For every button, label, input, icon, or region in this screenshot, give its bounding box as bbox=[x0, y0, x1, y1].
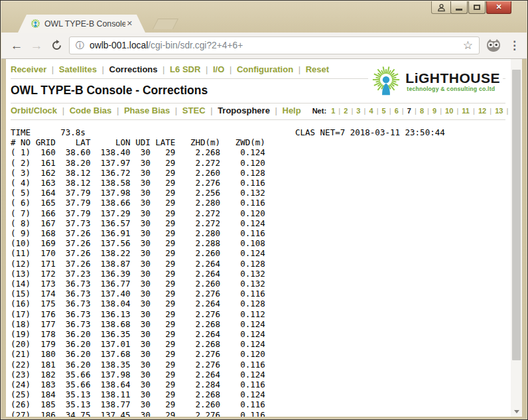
back-button[interactable]: ← bbox=[7, 38, 27, 53]
owl-extension-icon[interactable] bbox=[486, 38, 501, 52]
nav-item-corrections[interactable]: Corrections bbox=[109, 64, 158, 74]
separator: | bbox=[296, 64, 303, 74]
nav-item-satellites[interactable]: Satellites bbox=[59, 64, 97, 74]
close-button[interactable]: ✕ bbox=[486, 1, 511, 14]
net-link-9[interactable]: 9 bbox=[432, 107, 436, 115]
nav-item-reset[interactable]: Reset bbox=[306, 64, 329, 74]
sub-nav-row: Orbit/Clock | Code Bias | Phase Bias | S… bbox=[11, 104, 511, 118]
separator: | bbox=[227, 64, 234, 74]
window-controls: ✕ bbox=[450, 1, 511, 14]
net-label: Net: bbox=[312, 107, 326, 115]
subnav-item-code-bias[interactable]: Code Bias bbox=[70, 105, 112, 115]
net-link-6[interactable]: 6 bbox=[395, 107, 399, 115]
profile-button[interactable] bbox=[431, 1, 452, 14]
subnav-item-stec[interactable]: STEC bbox=[182, 105, 206, 115]
scroll-down-icon bbox=[514, 410, 519, 413]
net-link-8[interactable]: 8 bbox=[420, 107, 424, 115]
net-link-4[interactable]: 4 bbox=[369, 107, 373, 115]
scroll-up-button[interactable] bbox=[511, 59, 522, 70]
separator: | bbox=[172, 105, 180, 115]
subnav-item-help[interactable]: Help bbox=[283, 105, 301, 115]
minimize-button[interactable] bbox=[450, 1, 468, 14]
net-link-1[interactable]: 1 bbox=[331, 107, 335, 115]
lighthouse-logo: LiGHTHOUSE technology & consulting co.lt… bbox=[368, 64, 503, 99]
bookmark-star-icon[interactable]: ☆ bbox=[463, 38, 473, 52]
separator: | bbox=[99, 64, 107, 74]
separator: | bbox=[161, 64, 168, 74]
separator: | bbox=[203, 64, 210, 74]
maximize-button[interactable] bbox=[468, 1, 486, 14]
nav-item-receiver[interactable]: Receiver bbox=[11, 64, 46, 74]
forward-button[interactable]: → bbox=[27, 38, 46, 53]
browser-window: ✕ OWL TYPE-B Console ✕ ← → ⓘ owlb-001.lo… bbox=[0, 0, 528, 420]
net-link-7[interactable]: 7 bbox=[407, 107, 411, 115]
separator: | bbox=[336, 107, 342, 115]
net-nav: Net: 1 | 2 | 3 | 4 | 5 | 6 | 7 | 8 | 9 |… bbox=[312, 107, 511, 115]
nav-item-i-o[interactable]: I/O bbox=[213, 64, 224, 74]
new-tab-button[interactable] bbox=[153, 19, 178, 29]
back-icon: ← bbox=[11, 38, 23, 52]
reload-button[interactable] bbox=[46, 40, 66, 51]
separator: | bbox=[400, 107, 406, 115]
net-link-12[interactable]: 12 bbox=[478, 107, 486, 115]
info-icon[interactable]: ⓘ bbox=[76, 40, 84, 52]
nav-item-configuration[interactable]: Configuration bbox=[237, 64, 293, 74]
page-content: Receiver | Satellites | Corrections | L6… bbox=[6, 59, 522, 417]
person-icon bbox=[437, 3, 446, 12]
scrollbar-thumb[interactable] bbox=[512, 70, 521, 360]
separator: | bbox=[349, 107, 355, 115]
net-link-11[interactable]: 11 bbox=[462, 107, 470, 115]
maximize-icon bbox=[474, 5, 480, 10]
logo-text: LiGHTHOUSE technology & consulting co.lt… bbox=[405, 71, 500, 92]
minimize-icon bbox=[456, 9, 462, 11]
separator: | bbox=[362, 107, 367, 115]
separator: | bbox=[425, 107, 431, 115]
separator: | bbox=[454, 107, 460, 115]
separator: | bbox=[114, 105, 121, 115]
lighthouse-logo-icon bbox=[371, 66, 401, 98]
separator: | bbox=[49, 64, 56, 74]
reload-icon bbox=[51, 40, 62, 51]
net-link-5[interactable]: 5 bbox=[382, 107, 386, 115]
separator: | bbox=[60, 105, 67, 115]
separator: | bbox=[504, 107, 510, 115]
separator: | bbox=[471, 107, 477, 115]
net-link-2[interactable]: 2 bbox=[344, 107, 348, 115]
site-favicon-icon bbox=[31, 19, 40, 29]
tab-strip: OWL TYPE-B Console ✕ bbox=[1, 13, 527, 33]
separator: | bbox=[208, 105, 216, 115]
address-bar[interactable]: ⓘ owlb-001.local/cgi-bin/sdr.cgi?2+4+6+ … bbox=[69, 36, 480, 54]
separator: | bbox=[413, 107, 419, 115]
logo-tagline: technology & consulting co.ltd bbox=[407, 86, 500, 92]
subnav-item-phase-bias[interactable]: Phase Bias bbox=[124, 105, 170, 115]
page-body: Receiver | Satellites | Corrections | L6… bbox=[6, 59, 511, 417]
net-link-3[interactable]: 3 bbox=[356, 107, 360, 115]
separator: | bbox=[387, 107, 393, 115]
logo-name: LiGHTHOUSE bbox=[405, 71, 500, 86]
menu-icon[interactable]: ⋮ bbox=[509, 38, 520, 52]
close-icon: ✕ bbox=[495, 3, 501, 11]
url-path: /cgi-bin/sdr.cgi?2+4+6+ bbox=[148, 40, 243, 50]
forward-icon: → bbox=[31, 38, 43, 52]
subnav-item-troposphere[interactable]: Troposphere bbox=[218, 105, 270, 115]
separator: | bbox=[438, 107, 444, 115]
subnav-item-orbit-clock[interactable]: Orbit/Clock bbox=[11, 105, 57, 115]
nav-item-l6-sdr[interactable]: L6 SDR bbox=[170, 64, 200, 74]
separator: | bbox=[273, 105, 280, 115]
url-host: owlb-001.local bbox=[90, 40, 148, 50]
separator: | bbox=[488, 107, 494, 115]
vertical-scrollbar[interactable] bbox=[511, 59, 522, 417]
tab-close-icon[interactable]: ✕ bbox=[125, 18, 134, 29]
tab-title: OWL TYPE-B Console bbox=[44, 19, 125, 29]
sub-nav: Orbit/Clock | Code Bias | Phase Bias | S… bbox=[11, 105, 304, 115]
browser-toolbar: ← → ⓘ owlb-001.local/cgi-bin/sdr.cgi?2+4… bbox=[1, 33, 527, 59]
net-link-10[interactable]: 10 bbox=[445, 107, 453, 115]
troposphere-data-table: TIME 73.8s CLAS NET=7 2018-03-11 23:50:4… bbox=[11, 127, 511, 417]
separator: | bbox=[375, 107, 381, 115]
divider bbox=[11, 119, 505, 120]
tab-owl-console[interactable]: OWL TYPE-B Console ✕ bbox=[18, 15, 145, 33]
scroll-down-button[interactable] bbox=[511, 406, 522, 417]
net-link-13[interactable]: 13 bbox=[495, 107, 503, 115]
